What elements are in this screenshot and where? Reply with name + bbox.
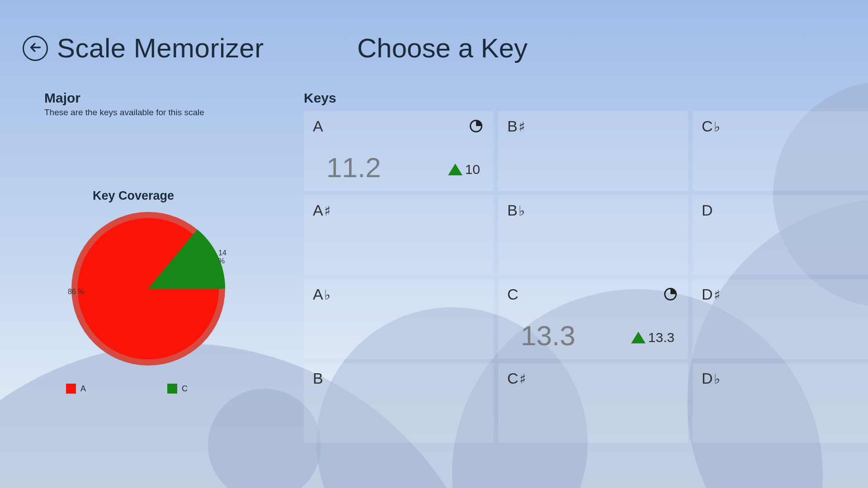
key-tile[interactable]: C♯ [498,363,688,443]
key-tile[interactable]: A♯ [304,195,494,275]
triangle-up-icon [448,164,462,175]
left-panel: Major These are the keys available for t… [44,90,261,394]
accidental-icon: ♭ [714,371,720,387]
key-tile-label: B♭ [507,202,525,219]
accidental-icon: ♯ [324,203,331,219]
tile-score: 13.3 [521,319,576,352]
legend-label: A [80,384,86,394]
chart-legend: A C [66,384,261,394]
key-tile[interactable]: B♭ [498,195,688,275]
accidental-icon: ♭ [714,119,720,135]
key-tile-label: D [702,202,713,219]
key-grid: A 11.210B♯C♭A♯B♭DA♭C 13.313.3D♯BC♯D♭ [304,111,868,443]
accidental-icon: ♭ [324,287,330,303]
key-tile[interactable]: D♯ [693,279,868,359]
tile-delta: 10 [448,162,480,177]
pie-slice-label: 14 % [218,249,226,265]
key-tile-label: D♯ [702,286,721,303]
tile-delta: 13.3 [631,330,675,345]
accidental-icon: ♯ [519,119,525,135]
key-tile[interactable]: C 13.313.3 [498,279,688,359]
key-tile[interactable]: D [693,195,868,275]
key-tile-label: C [507,286,519,303]
legend-item: C [167,384,188,394]
key-tile[interactable]: A 11.210 [304,111,494,191]
accidental-icon: ♭ [519,203,525,219]
pie-chart: 14 % 86 % [71,212,225,366]
triangle-up-icon [631,332,646,343]
key-tile[interactable]: A♭ [304,279,494,359]
key-tile-label: A♯ [313,202,331,219]
key-tile-label: D♭ [702,370,720,387]
keys-panel: Keys A 11.210B♯C♭A♯B♭DA♭C 13.313.3D♯BC♯D… [304,90,868,443]
app-title: Scale Memorizer [57,33,264,64]
tile-clock-icon [664,287,677,303]
back-button[interactable] [23,36,48,61]
key-tile[interactable]: D♭ [693,363,868,443]
legend-swatch [167,384,177,394]
legend-item: A [66,384,86,394]
legend-label: C [182,384,188,394]
key-tile-label: B♯ [507,117,525,135]
arrow-left-icon [29,41,42,56]
key-tile[interactable]: C♭ [693,111,868,191]
key-tile-label: A♭ [313,286,330,303]
page-title: Choose a Key [357,33,528,64]
key-tile-label: B [313,370,323,387]
chart-title: Key Coverage [36,189,231,203]
accidental-icon: ♯ [519,371,526,387]
scale-subtitle: These are the keys available for this sc… [44,108,261,117]
tile-delta-value: 13.3 [648,330,675,345]
key-tile-label: C♯ [507,370,526,387]
key-tile[interactable]: B♯ [498,111,688,191]
tile-score: 11.2 [326,151,381,183]
keys-heading: Keys [304,90,868,106]
tile-delta-value: 10 [465,162,480,177]
key-tile-label: C♭ [702,117,720,135]
key-tile-label: A [313,117,323,135]
key-tile[interactable]: B [304,363,494,443]
clock-progress-icon [664,287,677,301]
legend-swatch [66,384,76,394]
accidental-icon: ♯ [714,287,721,303]
tile-clock-icon [469,119,483,135]
header: Scale Memorizer [23,33,264,64]
clock-progress-icon [469,119,483,133]
scale-name: Major [44,90,261,106]
pie-slice-label: 86 % [68,288,84,296]
